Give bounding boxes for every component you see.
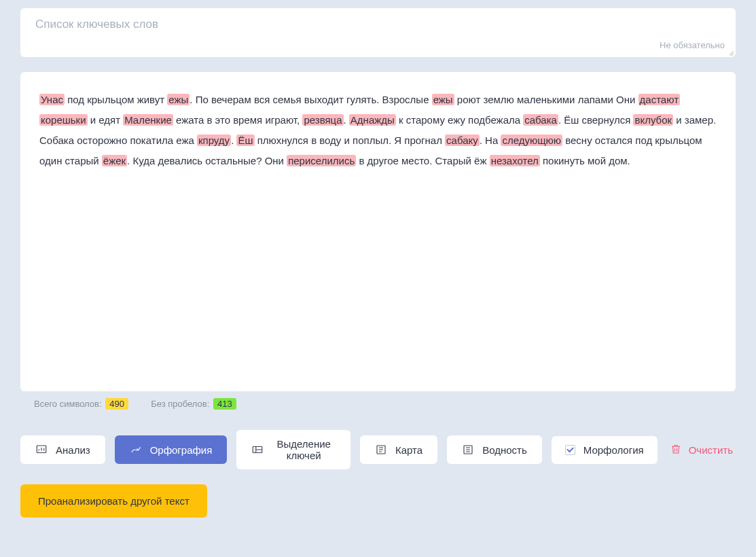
morphology-checkbox[interactable]: Морфология [552, 436, 658, 464]
clear-button[interactable]: Очистить [667, 435, 736, 465]
checkbox-icon [565, 445, 575, 455]
total-chars-value: 490 [105, 398, 128, 410]
spelling-error[interactable]: Ёш [236, 134, 254, 146]
map-icon [375, 444, 387, 456]
text-editor[interactable]: Унас под крыльцом живут ежы. По вечерам … [20, 72, 736, 391]
spelling-error[interactable]: кпруду [197, 134, 231, 146]
spelling-error[interactable]: корешьки [39, 114, 88, 126]
spelling-error[interactable]: Унас [39, 94, 65, 105]
spelling-error[interactable]: резвяца [302, 114, 343, 126]
spelling-error[interactable]: ежы [167, 94, 190, 105]
map-label: Карта [395, 444, 422, 456]
total-chars-label: Всего символов: [34, 399, 102, 409]
nospaces-label: Без пробелов: [151, 399, 209, 409]
spelling-error[interactable]: ежы [432, 94, 454, 105]
highlight-keys-icon [251, 444, 264, 456]
analysis-icon [35, 444, 48, 456]
resize-handle-icon[interactable] [727, 49, 734, 56]
spelling-error[interactable]: Аднажды [349, 114, 396, 126]
highlight-keys-label: Выделение ключей [272, 438, 336, 461]
spelling-error[interactable]: периселились [287, 155, 356, 166]
spelling-error[interactable]: следующюю [501, 134, 562, 146]
spelling-error[interactable]: Маленкие [123, 114, 173, 126]
analysis-label: Анализ [56, 444, 90, 456]
highlight-keys-button[interactable]: Выделение ключей [236, 430, 350, 469]
spelling-error[interactable]: дастают [638, 94, 680, 105]
water-label: Водность [482, 444, 527, 456]
spelling-icon [130, 444, 142, 456]
keywords-optional-hint: Не обязательно [660, 40, 725, 50]
morphology-label: Морфология [583, 444, 644, 456]
water-button[interactable]: Водность [447, 435, 542, 464]
clear-label: Очистить [689, 444, 733, 456]
toolbar: Анализ Орфография Выделение ключей Карта… [20, 430, 736, 469]
spelling-label: Орфография [150, 444, 213, 456]
spelling-error[interactable]: ёжек [102, 155, 127, 166]
char-stats: Всего символов: 490 Без пробелов: 413 [20, 398, 736, 410]
keywords-placeholder: Список ключевых слов [35, 18, 721, 31]
spelling-button[interactable]: Орфография [115, 435, 228, 464]
spelling-error[interactable]: сабаку [445, 134, 480, 146]
nospaces-value: 413 [213, 398, 236, 410]
analyze-other-text-button[interactable]: Проанализировать другой текст [20, 484, 207, 518]
water-icon [462, 444, 474, 456]
trash-icon [670, 443, 682, 457]
spelling-error[interactable]: сабака [523, 114, 558, 126]
spelling-error[interactable]: незахотел [490, 155, 540, 166]
spelling-error[interactable]: вклубок [633, 114, 673, 126]
analyze-other-text-label: Проанализировать другой текст [38, 495, 190, 507]
keywords-input[interactable]: Список ключевых слов Не обязательно [20, 8, 736, 57]
analysis-button[interactable]: Анализ [20, 435, 105, 464]
map-button[interactable]: Карта [360, 435, 437, 464]
